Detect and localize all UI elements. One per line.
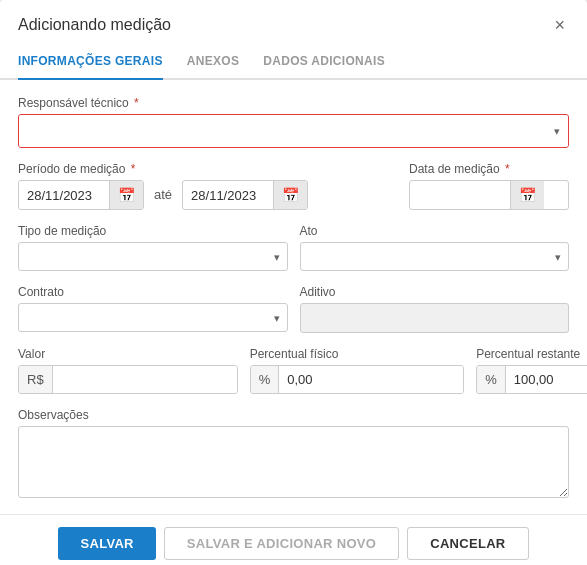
cancelar-button[interactable]: CANCELAR — [407, 527, 528, 560]
dialog-footer: SALVAR SALVAR E ADICIONAR NOVO CANCELAR — [0, 514, 587, 565]
required-star-data: * — [502, 162, 510, 176]
valor-field: Valor R$ — [18, 347, 238, 394]
required-star-periodo: * — [127, 162, 135, 176]
data-medicao-section: Data de medição * 📅 — [409, 162, 569, 210]
percentual-fisico-prefix: % — [251, 366, 280, 393]
aditivo-field: Aditivo — [300, 285, 570, 333]
ate-label: até — [150, 187, 176, 202]
data-medicao-calendar-button[interactable]: 📅 — [510, 181, 544, 209]
percentual-restante-field: Percentual restante % — [476, 347, 587, 394]
contrato-aditivo-row: Contrato ▾ Aditivo — [18, 285, 569, 333]
observacoes-label: Observações — [18, 408, 569, 422]
aditivo-input-disabled — [300, 303, 570, 333]
dialog-title: Adicionando medição — [18, 16, 171, 34]
tab-dados-adicionais[interactable]: DADOS ADICIONAIS — [263, 46, 385, 80]
responsavel-tecnico-label: Responsável técnico * — [18, 96, 569, 110]
contrato-field: Contrato ▾ — [18, 285, 288, 333]
observacoes-field: Observações — [18, 408, 569, 498]
contrato-wrapper: ▾ — [18, 303, 288, 332]
data-medicao-input[interactable] — [410, 182, 510, 209]
tab-anexos[interactable]: ANEXOS — [187, 46, 239, 80]
responsavel-tecnico-select[interactable] — [19, 115, 568, 147]
data-medicao-wrapper: 📅 — [409, 180, 569, 210]
percentual-fisico-wrapper: % — [250, 365, 465, 394]
calendar-icon: 📅 — [118, 187, 135, 203]
contrato-label: Contrato — [18, 285, 288, 299]
percentual-fisico-field: Percentual físico % — [250, 347, 465, 394]
ato-field: Ato ▾ — [300, 224, 570, 271]
periodo-row: 📅 até 📅 — [18, 180, 397, 210]
valor-input-wrapper: R$ — [18, 365, 238, 394]
tipo-ato-row: Tipo de medição ▾ Ato ▾ — [18, 224, 569, 271]
required-star: * — [131, 96, 139, 110]
responsavel-tecnico-field: Responsável técnico * ▾ — [18, 96, 569, 148]
tipo-medicao-field: Tipo de medição ▾ — [18, 224, 288, 271]
valor-row: Valor R$ Percentual físico % Percentual … — [18, 347, 569, 394]
contrato-select[interactable] — [18, 303, 288, 332]
salvar-button[interactable]: SALVAR — [58, 527, 155, 560]
calendar-icon-data: 📅 — [519, 187, 536, 203]
valor-input[interactable] — [53, 366, 237, 393]
ato-wrapper: ▾ — [300, 242, 570, 271]
ato-label: Ato — [300, 224, 570, 238]
periodo-medicao-label: Período de medição * — [18, 162, 397, 176]
tab-bar: INFORMAÇÕES GERAIS ANEXOS DADOS ADICIONA… — [0, 46, 587, 80]
date-from-input[interactable] — [19, 182, 109, 209]
date-to-wrapper: 📅 — [182, 180, 308, 210]
tipo-medicao-label: Tipo de medição — [18, 224, 288, 238]
valor-prefix: R$ — [19, 366, 53, 393]
observacoes-textarea[interactable] — [18, 426, 569, 498]
percentual-restante-prefix: % — [477, 366, 506, 393]
tipo-medicao-wrapper: ▾ — [18, 242, 288, 271]
tipo-medicao-select[interactable] — [18, 242, 288, 271]
percentual-restante-input[interactable] — [506, 366, 587, 393]
valor-label: Valor — [18, 347, 238, 361]
aditivo-label: Aditivo — [300, 285, 570, 299]
date-from-wrapper: 📅 — [18, 180, 144, 210]
add-medicao-dialog: Adicionando medição × INFORMAÇÕES GERAIS… — [0, 0, 587, 565]
percentual-fisico-input[interactable] — [279, 366, 463, 393]
salvar-novo-button[interactable]: SALVAR E ADICIONAR NOVO — [164, 527, 399, 560]
date-to-calendar-button[interactable]: 📅 — [273, 181, 307, 209]
percentual-fisico-label: Percentual físico — [250, 347, 465, 361]
ato-select[interactable] — [300, 242, 570, 271]
percentual-restante-label: Percentual restante — [476, 347, 587, 361]
dialog-body: Responsável técnico * ▾ Período de mediç… — [0, 80, 587, 514]
data-medicao-label: Data de medição * — [409, 162, 569, 176]
date-to-input[interactable] — [183, 182, 273, 209]
percentual-restante-wrapper: % — [476, 365, 587, 394]
periodo-data-row: Período de medição * 📅 até 📅 — [18, 162, 569, 210]
calendar-icon-to: 📅 — [282, 187, 299, 203]
close-button[interactable]: × — [550, 14, 569, 36]
date-from-calendar-button[interactable]: 📅 — [109, 181, 143, 209]
responsavel-tecnico-wrapper: ▾ — [18, 114, 569, 148]
tab-informacoes-gerais[interactable]: INFORMAÇÕES GERAIS — [18, 46, 163, 80]
periodo-medicao-section: Período de medição * 📅 até 📅 — [18, 162, 397, 210]
dialog-header: Adicionando medição × — [0, 0, 587, 46]
